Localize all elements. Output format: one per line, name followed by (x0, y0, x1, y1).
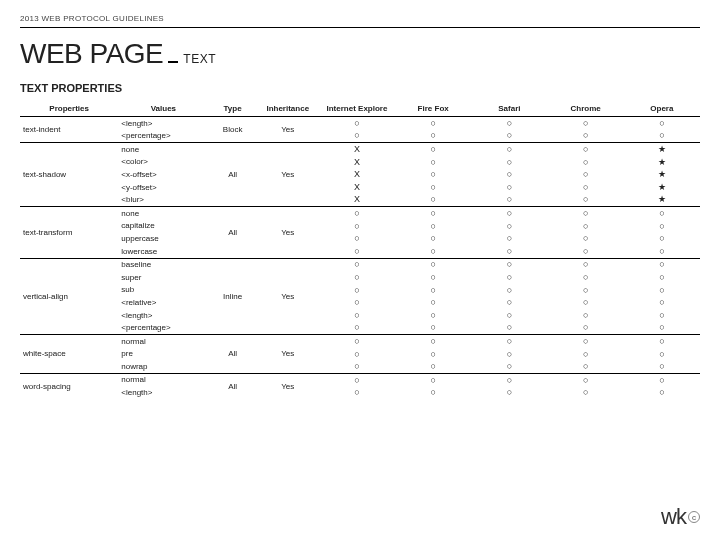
table-row: <length>○○○○○ (20, 387, 700, 400)
col-safari: Safari (471, 102, 547, 117)
property-cell: text-shadow (20, 143, 118, 206)
support-cell: ○ (471, 220, 547, 233)
inheritance-cell: Yes (257, 335, 319, 373)
value-cell: baseline (118, 258, 208, 271)
table-header-row: Properties Values Type Inheritance Inter… (20, 102, 700, 117)
support-cell: ○ (548, 373, 624, 386)
col-opera: Opera (624, 102, 700, 117)
table-row: sub○○○○○ (20, 284, 700, 297)
support-cell: ○ (624, 360, 700, 373)
support-cell: ○ (319, 284, 395, 297)
value-cell: <blur> (118, 194, 208, 207)
value-cell: lowercase (118, 245, 208, 258)
support-cell: ○ (395, 232, 471, 245)
support-cell: ○ (319, 373, 395, 386)
support-cell: ○ (471, 284, 547, 297)
logo-text: wk (661, 504, 686, 530)
support-cell: ○ (319, 258, 395, 271)
support-cell: ○ (319, 220, 395, 233)
support-cell: ○ (624, 117, 700, 130)
value-cell: <color> (118, 156, 208, 169)
support-cell: ○ (395, 194, 471, 207)
col-firefox: Fire Fox (395, 102, 471, 117)
support-cell: ○ (319, 130, 395, 143)
col-ie: Internet Explore (319, 102, 395, 117)
support-cell: ○ (471, 258, 547, 271)
support-cell: ○ (395, 284, 471, 297)
table-row: <color>X○○○★ (20, 156, 700, 169)
value-cell: <relative> (118, 296, 208, 309)
value-cell: uppercase (118, 232, 208, 245)
table-row: super○○○○○ (20, 271, 700, 284)
support-cell: ○ (319, 271, 395, 284)
support-cell: ★ (624, 181, 700, 194)
support-cell: ○ (471, 168, 547, 181)
table-row: nowrap○○○○○ (20, 360, 700, 373)
table-row: text-indent<length>BlockYes○○○○○ (20, 117, 700, 130)
support-cell: ○ (471, 207, 547, 220)
support-cell: ○ (319, 360, 395, 373)
properties-table: Properties Values Type Inheritance Inter… (20, 102, 700, 399)
support-cell: X (319, 181, 395, 194)
support-cell: ○ (395, 387, 471, 400)
inheritance-cell: Yes (257, 207, 319, 258)
support-cell: ○ (471, 387, 547, 400)
col-type: Type (209, 102, 257, 117)
support-cell: ○ (395, 258, 471, 271)
property-cell: word-spacing (20, 373, 118, 399)
table-row: lowercase○○○○○ (20, 245, 700, 258)
table-row: <y-offset>X○○○★ (20, 181, 700, 194)
copyright-mark: c (688, 511, 700, 523)
support-cell: ○ (319, 322, 395, 335)
support-cell: ○ (319, 117, 395, 130)
support-cell: ○ (395, 181, 471, 194)
support-cell: ○ (624, 387, 700, 400)
support-cell: ○ (548, 143, 624, 156)
inheritance-cell: Yes (257, 373, 319, 399)
support-cell: ○ (471, 232, 547, 245)
table-row: word-spacingnormalAllYes○○○○○ (20, 373, 700, 386)
value-cell: none (118, 207, 208, 220)
table-row: text-transformnoneAllYes○○○○○ (20, 207, 700, 220)
support-cell: ○ (319, 245, 395, 258)
support-cell: X (319, 156, 395, 169)
support-cell: X (319, 143, 395, 156)
table-row: capitalize○○○○○ (20, 220, 700, 233)
support-cell: ○ (395, 322, 471, 335)
property-cell: text-indent (20, 117, 118, 143)
value-cell: <percentage> (118, 130, 208, 143)
support-cell: ○ (548, 335, 624, 348)
table-row: <percentage>○○○○○ (20, 130, 700, 143)
value-cell: <length> (118, 117, 208, 130)
support-cell: ○ (319, 387, 395, 400)
support-cell: ○ (395, 207, 471, 220)
support-cell: ○ (624, 271, 700, 284)
support-cell: ○ (471, 130, 547, 143)
support-cell: ○ (548, 245, 624, 258)
table-row: text-shadownoneAllYesX○○○★ (20, 143, 700, 156)
support-cell: X (319, 168, 395, 181)
property-cell: vertical-align (20, 258, 118, 334)
support-cell: ★ (624, 168, 700, 181)
table-row: pre○○○○○ (20, 348, 700, 361)
support-cell: ○ (395, 143, 471, 156)
page-title: WEB PAGE TEXT (20, 38, 700, 70)
value-cell: nowrap (118, 360, 208, 373)
table-row: uppercase○○○○○ (20, 232, 700, 245)
property-cell: white-space (20, 335, 118, 373)
support-cell: ○ (471, 348, 547, 361)
support-cell: ○ (395, 348, 471, 361)
support-cell: ○ (395, 245, 471, 258)
support-cell: X (319, 194, 395, 207)
value-cell: <y-offset> (118, 181, 208, 194)
support-cell: ○ (548, 348, 624, 361)
support-cell: ○ (548, 258, 624, 271)
footer-logo: wk c (661, 504, 700, 530)
support-cell: ○ (395, 296, 471, 309)
col-properties: Properties (20, 102, 118, 117)
support-cell: ○ (548, 168, 624, 181)
support-cell: ○ (319, 296, 395, 309)
value-cell: <length> (118, 309, 208, 322)
support-cell: ○ (624, 232, 700, 245)
value-cell: pre (118, 348, 208, 361)
